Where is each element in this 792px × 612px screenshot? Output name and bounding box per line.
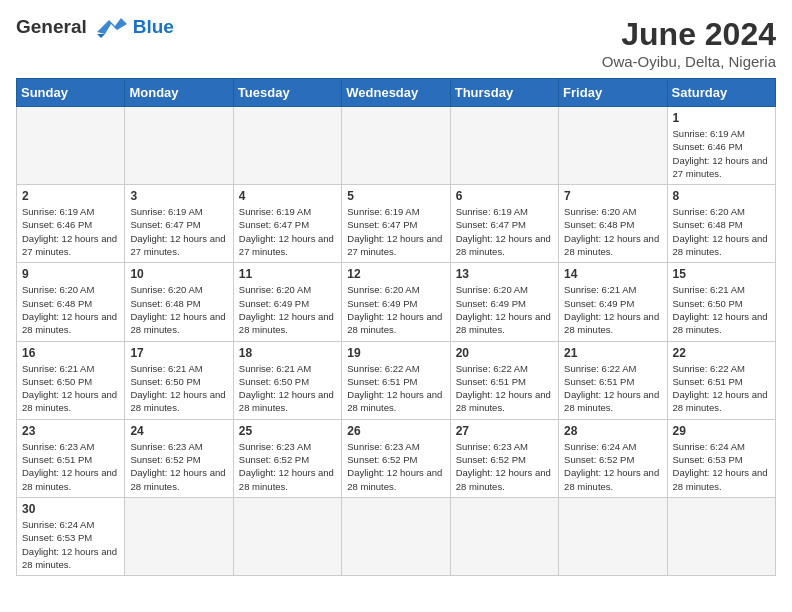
day-number: 5 <box>347 189 444 203</box>
daylight-label: Daylight: 12 hours and 27 minutes. <box>239 233 334 257</box>
col-header-monday: Monday <box>125 79 233 107</box>
day-info: Sunrise: 6:20 AM Sunset: 6:49 PM Dayligh… <box>347 283 444 336</box>
sunrise-label: Sunrise: 6:22 AM <box>347 363 419 374</box>
sunrise-label: Sunrise: 6:22 AM <box>564 363 636 374</box>
week-row-3: 9 Sunrise: 6:20 AM Sunset: 6:48 PM Dayli… <box>17 263 776 341</box>
day-cell: 1 Sunrise: 6:19 AM Sunset: 6:46 PM Dayli… <box>667 107 775 185</box>
sunrise-label: Sunrise: 6:19 AM <box>22 206 94 217</box>
day-number: 22 <box>673 346 770 360</box>
daylight-label: Daylight: 12 hours and 28 minutes. <box>564 233 659 257</box>
day-number: 9 <box>22 267 119 281</box>
day-info: Sunrise: 6:20 AM Sunset: 6:49 PM Dayligh… <box>456 283 553 336</box>
col-header-friday: Friday <box>559 79 667 107</box>
day-cell <box>559 497 667 575</box>
day-cell <box>342 107 450 185</box>
calendar-header-row: SundayMondayTuesdayWednesdayThursdayFrid… <box>17 79 776 107</box>
sunset-label: Sunset: 6:48 PM <box>673 219 743 230</box>
daylight-label: Daylight: 12 hours and 28 minutes. <box>130 467 225 491</box>
col-header-tuesday: Tuesday <box>233 79 341 107</box>
day-info: Sunrise: 6:21 AM Sunset: 6:50 PM Dayligh… <box>673 283 770 336</box>
day-number: 29 <box>673 424 770 438</box>
day-info: Sunrise: 6:23 AM Sunset: 6:52 PM Dayligh… <box>130 440 227 493</box>
day-cell: 6 Sunrise: 6:19 AM Sunset: 6:47 PM Dayli… <box>450 185 558 263</box>
day-number: 14 <box>564 267 661 281</box>
day-info: Sunrise: 6:20 AM Sunset: 6:49 PM Dayligh… <box>239 283 336 336</box>
sunrise-label: Sunrise: 6:24 AM <box>673 441 745 452</box>
sunrise-label: Sunrise: 6:23 AM <box>456 441 528 452</box>
sunrise-label: Sunrise: 6:21 AM <box>673 284 745 295</box>
day-number: 19 <box>347 346 444 360</box>
day-info: Sunrise: 6:19 AM Sunset: 6:47 PM Dayligh… <box>456 205 553 258</box>
sunset-label: Sunset: 6:49 PM <box>456 298 526 309</box>
daylight-label: Daylight: 12 hours and 28 minutes. <box>239 311 334 335</box>
day-info: Sunrise: 6:22 AM Sunset: 6:51 PM Dayligh… <box>347 362 444 415</box>
calendar-table: SundayMondayTuesdayWednesdayThursdayFrid… <box>16 78 776 576</box>
daylight-label: Daylight: 12 hours and 28 minutes. <box>456 389 551 413</box>
day-info: Sunrise: 6:24 AM Sunset: 6:52 PM Dayligh… <box>564 440 661 493</box>
daylight-label: Daylight: 12 hours and 28 minutes. <box>456 311 551 335</box>
day-cell <box>342 497 450 575</box>
week-row-5: 23 Sunrise: 6:23 AM Sunset: 6:51 PM Dayl… <box>17 419 776 497</box>
day-cell: 8 Sunrise: 6:20 AM Sunset: 6:48 PM Dayli… <box>667 185 775 263</box>
daylight-label: Daylight: 12 hours and 28 minutes. <box>239 467 334 491</box>
day-number: 11 <box>239 267 336 281</box>
day-cell: 4 Sunrise: 6:19 AM Sunset: 6:47 PM Dayli… <box>233 185 341 263</box>
sunrise-label: Sunrise: 6:23 AM <box>347 441 419 452</box>
sunset-label: Sunset: 6:47 PM <box>456 219 526 230</box>
day-cell <box>233 107 341 185</box>
page-subtitle: Owa-Oyibu, Delta, Nigeria <box>602 53 776 70</box>
day-info: Sunrise: 6:24 AM Sunset: 6:53 PM Dayligh… <box>673 440 770 493</box>
sunrise-label: Sunrise: 6:19 AM <box>347 206 419 217</box>
day-cell: 20 Sunrise: 6:22 AM Sunset: 6:51 PM Dayl… <box>450 341 558 419</box>
day-number: 27 <box>456 424 553 438</box>
col-header-thursday: Thursday <box>450 79 558 107</box>
sunrise-label: Sunrise: 6:19 AM <box>673 128 745 139</box>
day-info: Sunrise: 6:24 AM Sunset: 6:53 PM Dayligh… <box>22 518 119 571</box>
logo-bird-icon <box>91 16 129 38</box>
day-info: Sunrise: 6:22 AM Sunset: 6:51 PM Dayligh… <box>456 362 553 415</box>
day-cell: 14 Sunrise: 6:21 AM Sunset: 6:49 PM Dayl… <box>559 263 667 341</box>
day-number: 4 <box>239 189 336 203</box>
daylight-label: Daylight: 12 hours and 28 minutes. <box>239 389 334 413</box>
day-info: Sunrise: 6:20 AM Sunset: 6:48 PM Dayligh… <box>22 283 119 336</box>
sunset-label: Sunset: 6:51 PM <box>673 376 743 387</box>
day-info: Sunrise: 6:19 AM Sunset: 6:47 PM Dayligh… <box>347 205 444 258</box>
day-cell: 27 Sunrise: 6:23 AM Sunset: 6:52 PM Dayl… <box>450 419 558 497</box>
sunrise-label: Sunrise: 6:21 AM <box>130 363 202 374</box>
daylight-label: Daylight: 12 hours and 27 minutes. <box>347 233 442 257</box>
day-cell: 16 Sunrise: 6:21 AM Sunset: 6:50 PM Dayl… <box>17 341 125 419</box>
svg-marker-0 <box>97 18 127 34</box>
col-header-sunday: Sunday <box>17 79 125 107</box>
day-number: 18 <box>239 346 336 360</box>
day-number: 28 <box>564 424 661 438</box>
day-number: 24 <box>130 424 227 438</box>
week-row-1: 1 Sunrise: 6:19 AM Sunset: 6:46 PM Dayli… <box>17 107 776 185</box>
week-row-6: 30 Sunrise: 6:24 AM Sunset: 6:53 PM Dayl… <box>17 497 776 575</box>
day-cell: 21 Sunrise: 6:22 AM Sunset: 6:51 PM Dayl… <box>559 341 667 419</box>
day-number: 12 <box>347 267 444 281</box>
logo-blue-text: Blue <box>133 16 174 38</box>
day-number: 10 <box>130 267 227 281</box>
col-header-wednesday: Wednesday <box>342 79 450 107</box>
day-cell <box>667 497 775 575</box>
day-info: Sunrise: 6:23 AM Sunset: 6:51 PM Dayligh… <box>22 440 119 493</box>
sunrise-label: Sunrise: 6:24 AM <box>22 519 94 530</box>
day-number: 8 <box>673 189 770 203</box>
day-cell <box>450 497 558 575</box>
daylight-label: Daylight: 12 hours and 28 minutes. <box>22 389 117 413</box>
day-cell: 12 Sunrise: 6:20 AM Sunset: 6:49 PM Dayl… <box>342 263 450 341</box>
day-cell <box>233 497 341 575</box>
day-info: Sunrise: 6:19 AM Sunset: 6:47 PM Dayligh… <box>239 205 336 258</box>
day-cell <box>559 107 667 185</box>
sunset-label: Sunset: 6:52 PM <box>456 454 526 465</box>
day-cell: 28 Sunrise: 6:24 AM Sunset: 6:52 PM Dayl… <box>559 419 667 497</box>
day-number: 15 <box>673 267 770 281</box>
day-number: 1 <box>673 111 770 125</box>
day-cell <box>125 497 233 575</box>
sunrise-label: Sunrise: 6:20 AM <box>239 284 311 295</box>
daylight-label: Daylight: 12 hours and 28 minutes. <box>564 311 659 335</box>
sunrise-label: Sunrise: 6:21 AM <box>239 363 311 374</box>
day-cell <box>17 107 125 185</box>
day-info: Sunrise: 6:22 AM Sunset: 6:51 PM Dayligh… <box>564 362 661 415</box>
day-cell: 5 Sunrise: 6:19 AM Sunset: 6:47 PM Dayli… <box>342 185 450 263</box>
